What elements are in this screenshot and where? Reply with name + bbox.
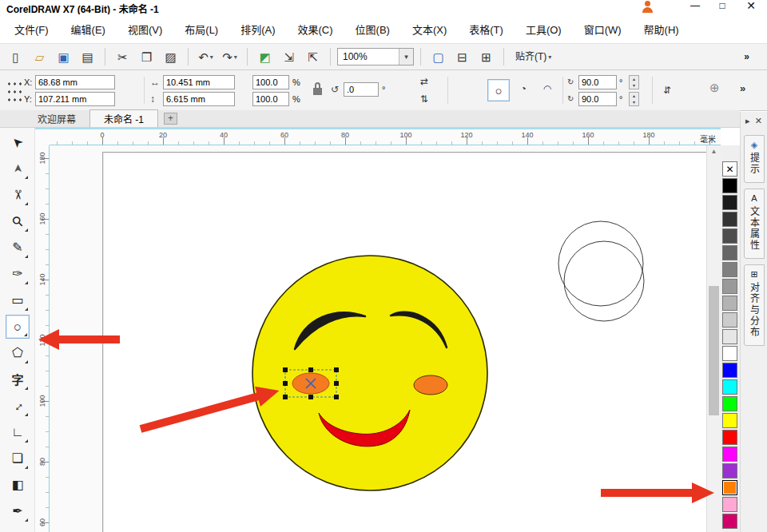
menu-item[interactable]: 布局(L) [173,22,229,37]
connector-tool[interactable]: ∟ [6,420,30,444]
color-swatch[interactable] [722,279,737,294]
color-swatch[interactable] [722,195,737,210]
ellipse-mode-button[interactable]: ○ [487,79,510,101]
show-grid-button[interactable]: ⊞ [475,46,497,67]
zoom-level-combobox[interactable]: 100%▾ [337,48,414,66]
close-button[interactable]: ✕ [740,0,762,13]
menu-item[interactable]: 文本(X) [401,22,458,37]
search-content-button[interactable]: ◩ [254,46,276,67]
scroll-up-button[interactable]: ▲ [707,145,721,158]
mirror-vertical-button[interactable]: ⇅ [415,92,433,106]
lock-ratio-button[interactable] [312,81,324,98]
object-origin-selector[interactable] [5,78,22,101]
save-button[interactable]: ▣ [53,46,74,67]
color-swatch[interactable] [722,447,737,462]
color-swatch[interactable] [722,363,737,378]
color-swatch[interactable] [722,329,737,344]
color-swatch[interactable] [722,312,737,328]
minimize-button[interactable]: — [684,0,706,13]
object-width-input[interactable] [163,75,235,89]
end-angle-input[interactable] [578,92,617,106]
zoom-tool[interactable]: ⚲ [6,209,30,233]
color-swatch[interactable] [722,178,737,193]
scale-y-input[interactable] [252,92,289,106]
property-bar-overflow-button[interactable]: » [740,82,745,94]
ruler-origin-corner[interactable] [35,128,50,145]
rotation-angle-input[interactable] [344,82,379,97]
menu-item[interactable]: 窗口(W) [573,22,633,37]
vertical-ruler[interactable]: 18016014012010080604020 [35,145,50,532]
export-button[interactable]: ⇱ [302,46,324,67]
pick-tool[interactable]: ➤ [6,130,30,154]
color-swatch[interactable] [722,245,737,260]
color-swatch[interactable] [722,262,737,277]
text-tool[interactable]: 字 [6,367,30,391]
docker-tab-text-properties[interactable]: A文本属性 [744,189,765,259]
color-swatch[interactable] [722,379,737,395]
scale-x-input[interactable] [252,75,289,89]
color-swatch[interactable] [722,413,737,428]
interactive-fill-tool[interactable]: ▰ [6,526,30,532]
polygon-tool[interactable]: ⬠ [6,341,30,365]
color-swatch[interactable] [722,212,737,227]
color-swatch[interactable] [722,296,737,311]
color-swatch[interactable] [722,346,737,361]
color-swatch[interactable] [722,396,737,411]
pie-mode-button[interactable]: ◔ [515,81,532,96]
eyedropper-tool[interactable]: ✒ [6,499,30,523]
menu-item[interactable]: 视图(V) [117,22,173,37]
menu-item[interactable]: 效果(C) [287,22,344,37]
vertical-scrollbar[interactable]: ▲ [706,145,721,532]
menu-item[interactable]: 文件(F) [3,22,60,37]
cut-button[interactable]: ✂ [112,46,133,67]
drop-shadow-tool[interactable]: ❏ [6,447,30,470]
paste-button[interactable]: ▨ [160,46,181,67]
start-angle-spinner[interactable]: ▴▾ [629,75,639,89]
copy-button[interactable]: ❐ [136,46,157,67]
new-document-button[interactable]: ▯ [5,46,26,67]
import-button[interactable]: ⇲ [278,46,300,67]
menu-item[interactable]: 帮助(H) [633,22,690,37]
menu-item[interactable]: 位图(B) [344,22,401,37]
maximize-button[interactable]: □ [711,0,733,13]
drawing-canvas[interactable] [50,145,706,532]
ellipse-tool[interactable]: ○ [6,315,30,339]
docker-close-button[interactable]: ✕ [755,116,762,126]
open-button[interactable]: ▱ [29,46,50,67]
transparency-tool[interactable]: ◧ [6,473,30,497]
tab-welcome-screen[interactable]: 欢迎屏幕 [24,110,89,127]
object-height-input[interactable] [163,92,235,106]
y-position-input[interactable] [35,92,115,106]
tab-untitled-1[interactable]: 未命名 -1 [89,109,158,127]
dimension-tool[interactable]: ↔ [6,394,30,418]
rectangle-tool[interactable]: ▭ [6,288,30,312]
add-button[interactable]: ⊕ [709,81,720,95]
toolbar-overflow-button[interactable]: » [731,46,762,67]
scrollbar-thumb[interactable] [709,286,719,415]
full-screen-preview-button[interactable]: ▢ [427,46,449,67]
horizontal-ruler[interactable]: 毫米 020406080100120140160180 [50,128,721,145]
snap-to-button[interactable]: 贴齐(T)▾ [511,46,556,67]
docker-tab-hints[interactable]: ◈提示 [744,135,765,183]
color-swatch[interactable] [722,497,737,512]
new-document-tab-button[interactable]: + [164,113,177,125]
docker-tab-align-distribute[interactable]: ⊞对齐与分布 [744,264,765,346]
show-rulers-button[interactable]: ⊟ [451,46,473,67]
color-swatch[interactable]: ✕ [722,161,737,177]
menu-item[interactable]: 表格(T) [458,22,515,37]
color-swatch[interactable] [722,514,737,529]
drawing-page[interactable] [102,152,706,532]
menu-item[interactable]: 工具(O) [515,22,573,37]
color-swatch[interactable] [722,480,737,495]
docker-expand-button[interactable]: ▸ [745,116,750,126]
undo-button[interactable]: ↶▾ [195,46,217,67]
arc-mode-button[interactable]: ◠ [538,81,556,96]
x-position-input[interactable] [35,75,115,89]
freehand-tool[interactable]: ✎ [6,236,30,260]
shape-tool[interactable]: ➤ [6,157,30,181]
redo-button[interactable]: ↷▾ [219,46,240,67]
end-angle-spinner[interactable]: ▴▾ [629,92,639,106]
mirror-horizontal-button[interactable]: ⇄ [415,74,433,89]
print-button[interactable]: ▤ [77,46,98,67]
color-swatch[interactable] [722,463,737,478]
